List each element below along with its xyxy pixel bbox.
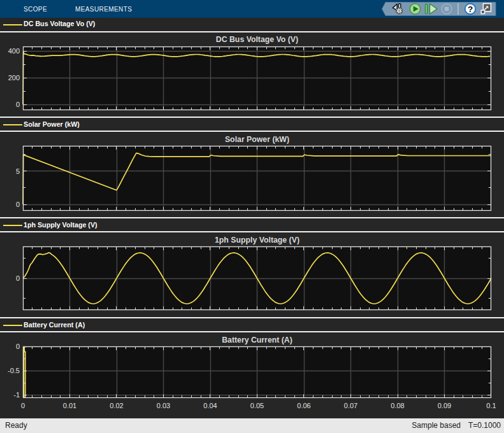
svg-text:0.01: 0.01 bbox=[63, 402, 76, 409]
svg-text:0: 0 bbox=[21, 402, 25, 409]
svg-text:?: ? bbox=[468, 4, 473, 14]
svg-text:5: 5 bbox=[16, 167, 20, 175]
svg-text:0: 0 bbox=[16, 343, 20, 350]
svg-text:0: 0 bbox=[16, 274, 20, 282]
svg-text:0.06: 0.06 bbox=[297, 402, 310, 409]
svg-text:0.04: 0.04 bbox=[203, 402, 217, 409]
svg-text:0.09: 0.09 bbox=[438, 402, 451, 409]
svg-text:0.1: 0.1 bbox=[486, 402, 496, 409]
svg-text:-0.5: -0.5 bbox=[8, 367, 20, 374]
svg-text:0: 0 bbox=[16, 201, 20, 208]
svg-text:0: 0 bbox=[16, 101, 20, 108]
svg-text:0.03: 0.03 bbox=[157, 402, 170, 409]
svg-text:0.08: 0.08 bbox=[391, 402, 404, 409]
svg-text:0.05: 0.05 bbox=[250, 402, 264, 409]
svg-text:400: 400 bbox=[8, 47, 20, 55]
svg-text:200: 200 bbox=[8, 74, 20, 82]
svg-text:0.07: 0.07 bbox=[344, 402, 357, 409]
svg-text:0.02: 0.02 bbox=[110, 402, 123, 409]
svg-text:-1: -1 bbox=[13, 391, 20, 399]
